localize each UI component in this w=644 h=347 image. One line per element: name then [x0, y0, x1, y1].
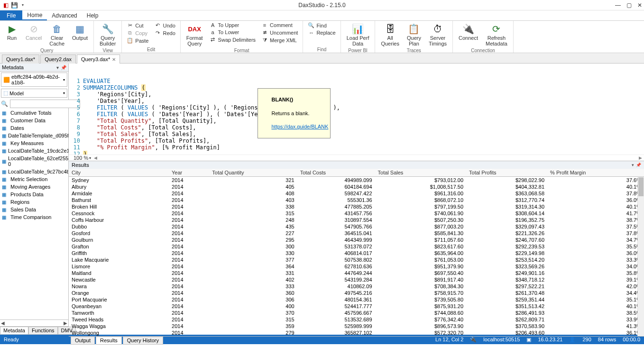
server-timings-button[interactable]: ⏱Server Timings	[426, 22, 450, 47]
bottom-tab-results[interactable]: Results	[96, 337, 122, 345]
table-row[interactable]: Cessnock2014315431457.756$740,061.90$308…	[69, 210, 644, 217]
comment-button[interactable]: ≡Comment	[259, 22, 300, 28]
load-perf-button[interactable]: 📊Load Perf Data	[344, 22, 372, 47]
table-row[interactable]: Goulburn2014295464349.999$711,057.60$246…	[69, 237, 644, 243]
table-row[interactable]: Tamworth2014370457596.667$744,088.60$286…	[69, 310, 644, 316]
table-item[interactable]: ▦Sales Data	[0, 206, 68, 213]
chevron-down-icon[interactable]: ▾	[56, 65, 59, 70]
scroll-right-icon[interactable]: ▶	[639, 155, 642, 160]
close-icon[interactable]: ✕	[112, 57, 116, 62]
maximize-button[interactable]: ▢	[626, 2, 632, 9]
copy-button[interactable]: ⧉Copy	[125, 29, 150, 37]
column-header[interactable]: Year	[169, 169, 209, 177]
query-plan-button[interactable]: 📋Query Plan	[404, 22, 424, 47]
column-header[interactable]: Total Sales	[375, 169, 467, 177]
table-item[interactable]: ▦Key Measures	[0, 139, 68, 147]
to-lower-button[interactable]: aTo Lower	[208, 29, 258, 36]
table-row[interactable]: Broken Hill2014338477885.205$797,199.50$…	[69, 203, 644, 210]
column-header[interactable]: Total Profits	[466, 169, 547, 177]
table-row[interactable]: Gosford2014227364515.041$585,841.30$221,…	[69, 230, 644, 237]
swap-delim-button[interactable]: ⇄Swap Delimiters	[208, 36, 258, 43]
redo-button[interactable]: ↷Redo	[152, 29, 177, 37]
horizontal-scroll[interactable]: ◀▶	[0, 320, 68, 326]
menu-help[interactable]: Help	[82, 10, 103, 20]
table-item[interactable]: ▦Cumulative Totals	[0, 109, 68, 117]
table-row[interactable]: Coffs Harbour2014248310897.554$507,250.3…	[69, 217, 644, 223]
refresh-metadata-button[interactable]: ⟳Refresh Metadata	[483, 22, 510, 47]
menu-advanced[interactable]: Advanced	[47, 10, 82, 20]
table-row[interactable]: Port Macquarie2014306480154.361$739,505.…	[69, 296, 644, 303]
table-item[interactable]: ▦DateTableTemplate_d095fb	[0, 132, 68, 139]
table-row[interactable]: Lake Macquarie2014377507538.802$761,053.…	[69, 256, 644, 263]
column-header[interactable]: Total Quantity	[209, 169, 297, 177]
table-item[interactable]: ▦Customer Data	[0, 117, 68, 124]
cut-button[interactable]: ✂Cut	[125, 22, 150, 29]
table-item[interactable]: ▦Metric Selection	[0, 175, 68, 183]
minimize-button[interactable]: —	[615, 2, 621, 9]
cancel-button[interactable]: ⊘Cancel	[23, 22, 45, 42]
column-header[interactable]: Total Costs	[297, 169, 375, 177]
table-row[interactable]: Bathurst2014403555301.36$868,072.10$312,…	[69, 197, 644, 203]
to-upper-button[interactable]: ATo Upper	[208, 22, 258, 28]
table-item[interactable]: ▦Regions	[0, 198, 68, 206]
table-row[interactable]: Tweed Heads2014315513532.689$776,342.40$…	[69, 316, 644, 323]
model-combo[interactable]: ⬚ Model▾	[1, 89, 67, 98]
table-item[interactable]: ▦LocalDateTable_9c27bc4b-	[0, 168, 68, 175]
qat-save-icon[interactable]: 💾	[10, 1, 18, 9]
table-item[interactable]: ▦LocalDateTable_19cdc2e1-	[0, 147, 68, 155]
merge-xml-button[interactable]: ⧩Merge XML	[259, 37, 300, 44]
menu-file[interactable]: File	[0, 10, 22, 20]
code-editor[interactable]: 1EVALUATE2SUMMARIZECOLUMNS (3 'Regions'[…	[69, 64, 644, 155]
metadata-tree[interactable]: ▦Cumulative Totals▦Customer Data▦Dates▦D…	[0, 109, 68, 320]
left-tab-metadata[interactable]: Metadata	[0, 327, 28, 335]
pin-icon[interactable]: 📌	[61, 65, 66, 70]
table-row[interactable]: Maitland2014331447649.244$697,550.40$249…	[69, 270, 644, 276]
menu-home[interactable]: Home	[22, 10, 47, 20]
find-button[interactable]: 🔍Find	[306, 22, 337, 29]
table-row[interactable]: Dubbo2014435547905.766$877,003.20$329,09…	[69, 223, 644, 230]
database-combo[interactable]: 🟧 ebffc284-a09b-4b2d-a1b8-▾	[1, 73, 67, 87]
run-button[interactable]: ▶Run	[3, 22, 21, 42]
table-item[interactable]: ▦Time Comparison	[0, 213, 68, 221]
tab-query2[interactable]: Query2.dax	[40, 55, 76, 64]
table-row[interactable]: Orange2014360497545.216$758,915.70$261,3…	[69, 290, 644, 296]
connect-button[interactable]: 🔌Connect	[456, 22, 481, 42]
pin-icon[interactable]: 📌	[636, 163, 641, 167]
table-item[interactable]: ▦Products Data	[0, 191, 68, 198]
qat-dropdown-icon[interactable]: ▾	[19, 1, 27, 9]
table-row[interactable]: Sydney2014321494989.099$793,012.00$298,0…	[69, 177, 644, 184]
output-button[interactable]: ▦Output	[69, 22, 91, 42]
chevron-down-icon[interactable]: ▾	[632, 163, 634, 167]
replace-button[interactable]: ↔Replace	[306, 29, 337, 36]
column-header[interactable]: City	[69, 169, 169, 177]
clear-cache-button[interactable]: 🗑Clear Cache	[46, 22, 67, 47]
table-row[interactable]: Albury2014405604184.694$1,008,517.50$404…	[69, 183, 644, 190]
table-row[interactable]: Nowra2014333410862.09$708,384.30$297,522…	[69, 283, 644, 290]
uncomment-button[interactable]: ≢Uncomment	[259, 29, 300, 36]
close-button[interactable]: ✕	[637, 2, 642, 9]
query-builder-button[interactable]: 🔧Query Builder	[97, 22, 119, 47]
bottom-tab-history[interactable]: Query History	[123, 337, 163, 345]
undo-button[interactable]: ↶Undo	[152, 22, 177, 29]
column-header[interactable]: % Profit Margin	[547, 169, 644, 177]
table-row[interactable]: Queanbeyan2014400524417.777$875,931.20$3…	[69, 303, 644, 310]
table-item[interactable]: ▦Dates	[0, 124, 68, 132]
tooltip-link[interactable]: https://dax.guide/BLANK	[271, 124, 328, 129]
tab-query3[interactable]: Query3.dax*✕	[77, 55, 120, 64]
table-row[interactable]: Newcastle2014402543199.284$891,917.40$34…	[69, 276, 644, 283]
table-item[interactable]: ▦LocalDateTable_62cef255-0	[0, 155, 68, 168]
table-row[interactable]: Griffith2014330406814.017$635,964.00$229…	[69, 250, 644, 256]
table-row[interactable]: Lismore2014364627810.636$951,379.90$323,…	[69, 263, 644, 270]
table-row[interactable]: Wagga Wagga2014359525989.999$896,573.90$…	[69, 323, 644, 329]
results-scrollbar[interactable]	[637, 177, 644, 336]
table-item[interactable]: ▦Moving Averages	[0, 183, 68, 191]
results-grid[interactable]: CityYearTotal QuantityTotal CostsTotal S…	[69, 169, 644, 336]
tab-query1[interactable]: Query1.dax*	[2, 55, 39, 64]
scroll-left-icon[interactable]: ◀	[94, 155, 97, 160]
table-row[interactable]: Wollongong2014279365827.102$572,320.70$2…	[69, 329, 644, 336]
paste-button[interactable]: 📋Paste	[125, 37, 150, 44]
bottom-tab-output[interactable]: Output	[71, 337, 95, 345]
format-query-button[interactable]: DAXFormat Query	[184, 22, 206, 47]
all-queries-button[interactable]: 🗄All Queries	[378, 22, 402, 47]
table-row[interactable]: Armidale2014408598247.422$961,316.00$363…	[69, 190, 644, 197]
